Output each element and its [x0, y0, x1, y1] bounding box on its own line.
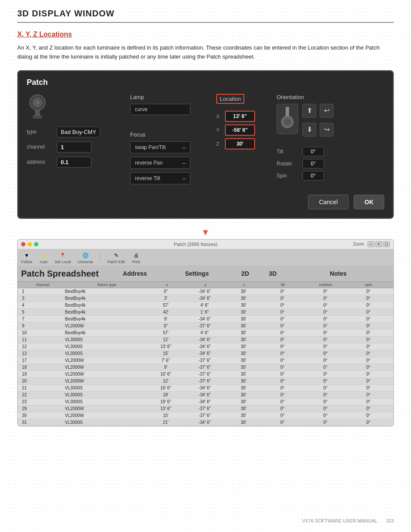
cell-tilt: 0° — [261, 323, 304, 329]
cell-channel: 29 — [21, 406, 64, 411]
sub-channel: channel — [21, 283, 64, 287]
cell-y: -34' 6" — [183, 289, 226, 294]
spin-orient-row: Spin 0° — [277, 171, 384, 180]
cell-channel: 23 — [21, 399, 64, 404]
rotate-value[interactable]: 0° — [302, 159, 324, 168]
cell-fixture: VL2000W — [64, 364, 149, 370]
cell-z: 30' — [226, 351, 261, 356]
cell-x: 15' — [148, 351, 183, 356]
table-row[interactable]: 7 BestBoy4k 9' -34' 6" 30' 0° 0° 0° — [18, 316, 393, 323]
cell-z: 30' — [226, 399, 261, 404]
filter-icon[interactable]: ▼ — [22, 251, 31, 260]
lamp-header: Lamp — [130, 94, 208, 100]
spreadsheet-main-title: Patch Spreadsheet — [21, 269, 99, 279]
cell-y: -34' 6" — [183, 385, 226, 391]
cell-rotation: 0° — [304, 316, 347, 322]
setlocal-icon[interactable]: 📍 — [59, 251, 67, 260]
table-row[interactable]: 17 VL2000W 7' 6" -37' 6" 30' 0° 0° 0° — [18, 357, 393, 364]
zoom-out-button[interactable]: – — [367, 241, 374, 247]
cell-rotation: 0° — [304, 406, 347, 411]
cell-fixture: VL2000W — [64, 323, 149, 329]
cell-x: 19' 6" — [148, 399, 183, 404]
spreadsheet-subheader: channel fixture type x y z tilt rotation… — [18, 282, 393, 288]
print-icon[interactable]: 🖨 — [132, 251, 140, 260]
sub-fixture: fixture type — [64, 283, 150, 287]
zoom-reset-button[interactable]: □ — [383, 241, 390, 247]
maximize-dot[interactable] — [34, 242, 38, 246]
cell-rotation: 0° — [304, 392, 347, 398]
minimize-dot[interactable] — [28, 242, 32, 246]
cell-z: 30' — [226, 330, 261, 336]
swap-pan-tilt-button[interactable]: swap Pan/Tilt – — [130, 141, 190, 153]
table-row[interactable]: 18 VL2000W 9' -37' 6" 30' 0° 0° 0° — [18, 364, 393, 371]
cell-channel: 21 — [21, 385, 64, 391]
auto-icon[interactable]: ⚡ — [39, 251, 48, 260]
curve-button[interactable]: curve — [130, 104, 190, 115]
table-row[interactable]: 1 BestBoy4k 0" -34' 6" 30' 0° 0° 0° — [18, 288, 393, 295]
footer-manual-text: VX76 SOFTWARE USER MANUAL — [302, 518, 377, 523]
sub-spin: spin — [347, 283, 390, 287]
spin-value[interactable]: 0° — [302, 171, 324, 180]
address-field-row: address 0.1 — [27, 157, 121, 168]
table-row[interactable]: 30 VL2000W 15' -37' 6" 30' 0° 0° 0° — [18, 412, 393, 419]
patch-location-panel: Location X 13' 6" Y -58' 6" Z 30' — [216, 94, 268, 188]
cell-rotation: 0° — [304, 302, 347, 308]
col-settings: Settings — [162, 270, 231, 277]
table-row[interactable]: 23 VL3000S 19' 6" -34' 6" 30' 0° 0° 0° — [18, 398, 393, 405]
z-location-value[interactable]: 30' — [225, 138, 255, 149]
table-row[interactable]: 10 BestBoy4k 57' 4' 6" 30' 0° 0° 0° — [18, 330, 393, 336]
y-location-value[interactable]: -58' 6" — [225, 124, 255, 136]
cell-channel: 7 — [21, 316, 64, 322]
table-row[interactable]: 21 VL3000S 16' 6" -34' 6" 30' 0° 0° 0° — [18, 385, 393, 392]
cell-tilt: 0° — [261, 351, 304, 356]
channel-field-row: channel 1 — [27, 142, 121, 152]
orient-icon-2[interactable]: ↩ — [320, 104, 333, 118]
table-row[interactable]: 13 VL3000S 15' -34' 6" 30' 0° 0° 0° — [18, 350, 393, 357]
fixture-preview — [277, 104, 298, 134]
zoom-in-button[interactable]: + — [375, 241, 382, 247]
cell-channel: 1 — [21, 289, 64, 294]
cell-spin: 0° — [347, 406, 390, 411]
table-row[interactable]: 29 VL2000W 13' 6" -37' 6" 30' 0° 0° 0° — [18, 405, 393, 412]
table-row[interactable]: 3 BestBoy4k 3' -34' 6" 30' 0° 0° 0° — [18, 295, 393, 302]
edit-icon[interactable]: ✎ — [112, 251, 121, 260]
table-row[interactable]: 11 VL3000S 12' -34' 6" 30' 0° 0° 0° — [18, 336, 393, 343]
x-location-value[interactable]: 13' 6" — [225, 111, 255, 122]
cell-z: 30' — [226, 420, 261, 425]
cell-spin: 0° — [347, 351, 390, 356]
table-row[interactable]: 12 VL3000S 13' 6" -34' 6" 30' 0° 0° 0° — [18, 343, 393, 350]
cell-fixture: VL3000S — [64, 385, 149, 391]
reverse-tilt-label: reverse Tilt — [135, 175, 160, 181]
table-row[interactable]: 31 VL3000S 21' -34' 6" 30' 0° 0° 0° — [18, 419, 393, 426]
y-location-row: Y -58' 6" — [216, 124, 268, 136]
cancel-button[interactable]: Cancel — [308, 195, 349, 209]
orient-icon-4[interactable]: ↪ — [320, 123, 333, 137]
table-row[interactable]: 22 VL3000S 18' -34' 6" 30' 0° 0° 0° — [18, 392, 393, 398]
table-row[interactable]: 19 VL2000W 10' 6" -37' 6" 30' 0° 0° 0° — [18, 371, 393, 378]
universe-icon[interactable]: 🌐 — [81, 251, 90, 260]
cell-fixture: VL3000S — [64, 399, 149, 404]
table-row[interactable]: 9 VL2000W 0" -37' 6" 30' 0° 0° 0° — [18, 323, 393, 330]
cell-channel: 18 — [21, 364, 64, 370]
orient-icon-3[interactable]: ⬇ — [302, 123, 316, 137]
cell-fixture: VL3000S — [64, 344, 149, 349]
cell-fixture: VL2000W — [64, 413, 149, 418]
close-dot[interactable] — [21, 242, 25, 246]
cell-fixture: VL2000W — [64, 406, 149, 411]
ok-button[interactable]: OK — [354, 195, 384, 209]
orient-icon-1[interactable]: ⬆ — [302, 104, 316, 118]
cell-x: 12' — [148, 337, 183, 342]
zoom-controls: – + □ — [367, 241, 390, 247]
toolbar-filter-group: ▼ Follow — [21, 251, 32, 264]
cell-spin: 0° — [347, 316, 390, 322]
table-row[interactable]: 5 BestBoy4k 42' 1' 6" 30' 0° 0° 0° — [18, 309, 393, 316]
orientation-header: Orientation — [277, 94, 384, 100]
cell-spin: 0° — [347, 289, 390, 294]
address-label: address — [27, 159, 53, 165]
reverse-tilt-button[interactable]: reverse Tilt – — [130, 172, 190, 184]
cell-rotation: 0° — [304, 330, 347, 336]
table-row[interactable]: 20 VL2000W 12' -37' 6" 30' 0° 0° 0° — [18, 378, 393, 385]
reverse-pan-button[interactable]: reverse Pan – — [130, 157, 190, 169]
table-row[interactable]: 4 BestBoy4k 57' 4' 6" 30' 0° 0° 0° — [18, 302, 393, 309]
tilt-value[interactable]: 0° — [302, 147, 324, 156]
